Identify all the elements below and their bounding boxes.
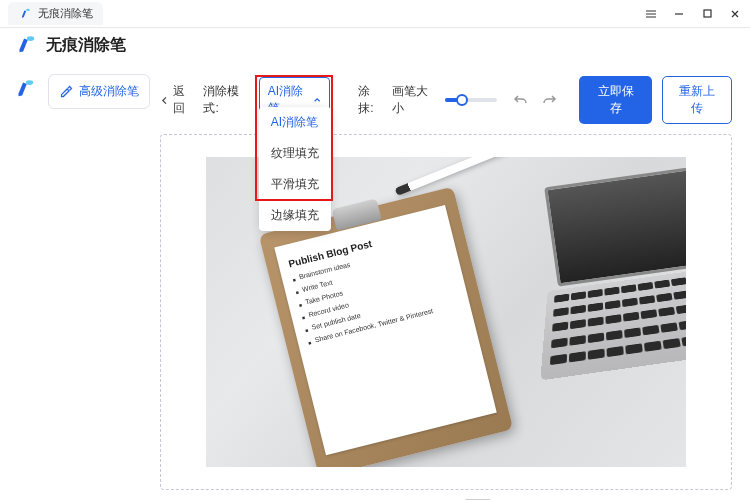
chevron-up-icon xyxy=(313,95,321,105)
back-button[interactable]: 返回 xyxy=(160,83,193,117)
menu-button[interactable] xyxy=(644,7,658,21)
app-tab[interactable]: 无痕消除笔 xyxy=(8,2,103,25)
main-area: 高级消除笔 返回 消除模式: AI消除笔 AI消除笔 纹理填充 平滑填充 xyxy=(0,66,750,498)
svg-point-0 xyxy=(26,8,30,10)
brush-label: 涂抹: xyxy=(358,83,382,117)
mode-option-edge[interactable]: 边缘填充 xyxy=(259,200,331,231)
mode-dropdown-container: AI消除笔 AI消除笔 纹理填充 平滑填充 边缘填充 xyxy=(259,77,331,123)
app-header: 无痕消除笔 xyxy=(0,28,750,66)
mode-option-texture[interactable]: 纹理填充 xyxy=(259,138,331,169)
app-logo-icon xyxy=(14,34,36,56)
svg-rect-1 xyxy=(704,10,711,17)
brush-size-slider[interactable] xyxy=(445,98,498,102)
content-area: 返回 消除模式: AI消除笔 AI消除笔 纹理填充 平滑填充 边缘填充 涂抹: … xyxy=(150,66,750,498)
tool-panel: 高级消除笔 xyxy=(48,66,150,498)
edit-icon xyxy=(59,84,74,99)
zoom-controls: 1:1 xyxy=(160,490,732,500)
advanced-remove-button[interactable]: 高级消除笔 xyxy=(48,74,150,109)
mode-label: 消除模式: xyxy=(203,83,248,117)
window-controls xyxy=(644,7,742,21)
mode-dropdown-menu: AI消除笔 纹理填充 平滑填充 边缘填充 xyxy=(259,107,331,231)
sidebar-brush-tool[interactable] xyxy=(11,76,37,102)
sidebar xyxy=(0,66,48,498)
app-title: 无痕消除笔 xyxy=(46,35,126,56)
svg-point-2 xyxy=(27,36,34,41)
mode-option-smooth[interactable]: 平滑填充 xyxy=(259,169,331,200)
redo-icon xyxy=(541,92,557,108)
save-button[interactable]: 立即保存 xyxy=(579,76,651,124)
slider-thumb[interactable] xyxy=(456,94,468,106)
svg-point-3 xyxy=(26,80,33,85)
minimize-button[interactable] xyxy=(672,7,686,21)
brush-size-label: 画笔大小 xyxy=(392,83,434,117)
undo-button[interactable] xyxy=(511,90,531,110)
toolbar: 返回 消除模式: AI消除笔 AI消除笔 纹理填充 平滑填充 边缘填充 涂抹: … xyxy=(160,74,732,134)
brush-icon xyxy=(13,78,35,100)
mode-option-ai[interactable]: AI消除笔 xyxy=(259,107,331,138)
tab-label: 无痕消除笔 xyxy=(38,6,93,21)
redo-button[interactable] xyxy=(539,90,559,110)
maximize-button[interactable] xyxy=(700,7,714,21)
close-button[interactable] xyxy=(728,7,742,21)
pen-graphic xyxy=(395,157,528,196)
chevron-left-icon xyxy=(160,95,170,106)
back-label: 返回 xyxy=(173,83,194,117)
undo-icon xyxy=(513,92,529,108)
laptop-graphic xyxy=(495,161,686,373)
advanced-remove-label: 高级消除笔 xyxy=(79,83,139,100)
canvas-area[interactable]: Publish Blog Post Brainstorm ideas Write… xyxy=(160,134,732,490)
titlebar: 无痕消除笔 xyxy=(0,0,750,28)
brush-icon xyxy=(18,7,32,21)
reupload-button[interactable]: 重新上传 xyxy=(662,76,732,124)
